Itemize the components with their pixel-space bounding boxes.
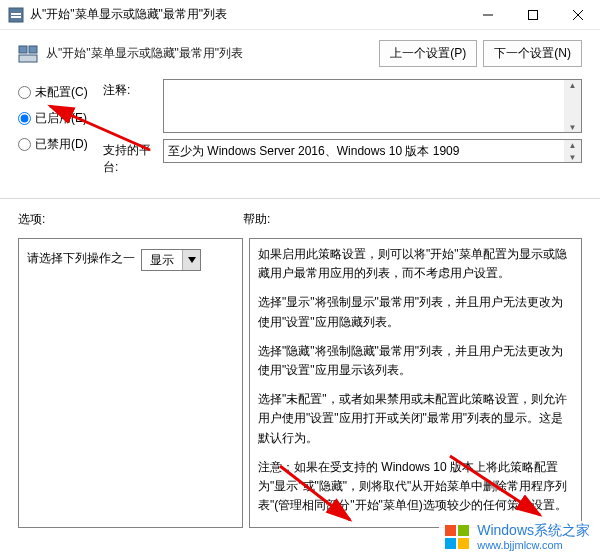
scroll-down-icon[interactable]: ▼ (565, 122, 580, 132)
maximize-button[interactable] (510, 0, 555, 30)
action-select[interactable]: 显示 (141, 249, 201, 271)
watermark-brand: Windows系统之家 (477, 523, 590, 538)
help-paragraph: 选择"未配置"，或者如果禁用或未配置此策略设置，则允许用户使用"设置"应用打开或… (258, 390, 573, 448)
watermark-url: www.bjjmlcw.com (477, 539, 590, 551)
previous-setting-button[interactable]: 上一个设置(P) (379, 40, 477, 67)
divider (0, 198, 600, 199)
close-button[interactable] (555, 0, 600, 30)
svg-marker-10 (188, 257, 196, 263)
help-paragraph: 如果启用此策略设置，则可以将"开始"菜单配置为显示或隐藏用户最常用应用的列表，而… (258, 245, 573, 283)
disabled-label[interactable]: 已禁用(D) (35, 136, 88, 153)
header-row: 从"开始"菜单显示或隐藏"最常用"列表 上一个设置(P) 下一个设置(N) (0, 30, 600, 75)
policy-title: 从"开始"菜单显示或隐藏"最常用"列表 (46, 45, 379, 62)
svg-rect-1 (11, 13, 21, 15)
windows-logo-icon (443, 523, 471, 551)
app-icon (8, 7, 24, 23)
platform-value: 至少为 Windows Server 2016、Windows 10 版本 19… (168, 143, 577, 160)
next-setting-button[interactable]: 下一个设置(N) (483, 40, 582, 67)
options-label: 选项: (18, 211, 243, 228)
window-title: 从"开始"菜单显示或隐藏"最常用"列表 (30, 6, 465, 23)
scroll-down-icon[interactable]: ▼ (565, 152, 580, 162)
policy-icon (18, 44, 38, 64)
supported-platform-box: 至少为 Windows Server 2016、Windows 10 版本 19… (163, 139, 582, 163)
svg-rect-9 (19, 55, 37, 62)
svg-rect-19 (445, 538, 456, 549)
scroll-up-icon[interactable]: ▲ (565, 140, 580, 150)
scroll-up-icon[interactable]: ▲ (565, 80, 580, 90)
help-panel: 如果启用此策略设置，则可以将"开始"菜单配置为显示或隐藏用户最常用应用的列表，而… (249, 238, 582, 528)
options-inner-label: 请选择下列操作之一 (27, 250, 135, 267)
action-select-value: 显示 (142, 252, 182, 269)
help-paragraph: 选择"显示"将强制显示"最常用"列表，并且用户无法更改为使用"设置"应用隐藏列表… (258, 293, 573, 331)
disabled-radio[interactable] (18, 138, 31, 151)
state-radio-group: 未配置(C) 已启用(E) 已禁用(D) (18, 79, 103, 182)
comment-scrollbar[interactable]: ▲ ▼ (564, 80, 581, 132)
comment-textarea[interactable]: ▲ ▼ (163, 79, 582, 133)
options-panel: 请选择下列操作之一 显示 (18, 238, 243, 528)
titlebar: 从"开始"菜单显示或隐藏"最常用"列表 (0, 0, 600, 30)
enabled-label[interactable]: 已启用(E) (35, 110, 87, 127)
enabled-radio[interactable] (18, 112, 31, 125)
svg-rect-17 (445, 525, 456, 536)
svg-rect-8 (29, 46, 37, 53)
not-configured-label[interactable]: 未配置(C) (35, 84, 88, 101)
panel-labels: 选项: 帮助: (0, 207, 600, 232)
not-configured-radio[interactable] (18, 86, 31, 99)
minimize-button[interactable] (465, 0, 510, 30)
svg-rect-18 (458, 525, 469, 536)
svg-rect-7 (19, 46, 27, 53)
comment-label: 注释: (103, 79, 163, 99)
help-paragraph: 选择"隐藏"将强制隐藏"最常用"列表，并且用户无法更改为使用"设置"应用显示该列… (258, 342, 573, 380)
watermark: Windows系统之家 www.bjjmlcw.com (439, 521, 594, 553)
svg-rect-4 (528, 10, 537, 19)
svg-rect-2 (11, 16, 21, 18)
platform-label: 支持的平台: (103, 139, 163, 176)
help-label: 帮助: (243, 211, 270, 228)
window-controls (465, 0, 600, 30)
chevron-down-icon (182, 250, 200, 270)
panels: 请选择下列操作之一 显示 如果启用此策略设置，则可以将"开始"菜单配置为显示或隐… (0, 232, 600, 538)
svg-rect-20 (458, 538, 469, 549)
config-area: 未配置(C) 已启用(E) 已禁用(D) 注释: ▲ ▼ 支持的平台: 至少为 (0, 75, 600, 190)
help-paragraph: 注意：如果在受支持的 Windows 10 版本上将此策略配置为"显示"或"隐藏… (258, 458, 573, 516)
